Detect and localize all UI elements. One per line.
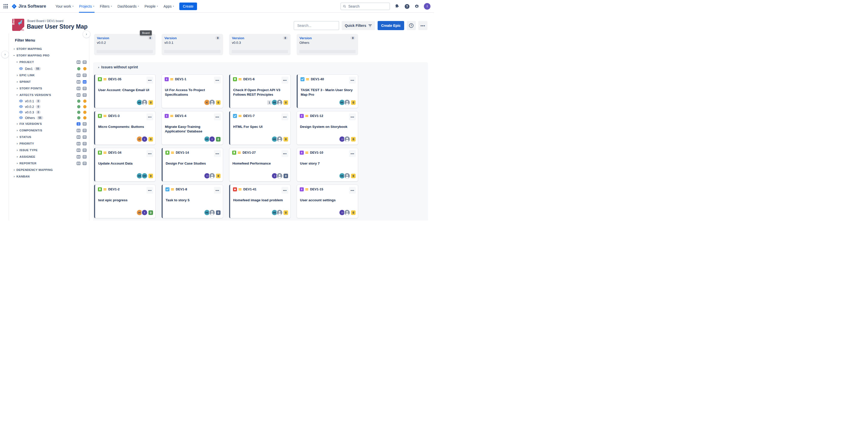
issue-card-dev1-27[interactable]: DEV1-27 ••• Homefeed Performance I 0 — [229, 148, 290, 181]
panel-expand-button[interactable]: › — [1, 51, 9, 58]
card-more-button[interactable]: ••• — [147, 113, 153, 120]
app-switcher-icon[interactable] — [4, 4, 8, 8]
settings-gear-icon[interactable] — [414, 4, 420, 9]
issue-card-dev1-7[interactable]: DEV1-7 ••• HTML For Spec UI MB 0 — [229, 111, 290, 145]
breadcrumb[interactable]: Board Board / DEV1 board — [27, 19, 63, 23]
board-columns-icon[interactable] — [76, 161, 81, 165]
sidebar-item-fix-version-s[interactable]: ›FIX VERSION'S — [9, 120, 89, 127]
jira-logo[interactable]: Jira Software — [11, 4, 46, 9]
sidebar-item-v0-0-2[interactable]: v0.0.20 — [9, 104, 89, 109]
card-more-button[interactable]: ••• — [147, 150, 153, 157]
card-more-button[interactable]: ••• — [147, 77, 153, 84]
board-columns-icon[interactable] — [76, 135, 81, 139]
sidebar-item-v0-0-1[interactable]: v0.0.10 — [9, 98, 89, 104]
nav-item-dashboards[interactable]: Dashboards ▾ — [115, 0, 142, 13]
sidebar-item-assignee[interactable]: ›ASSIGNEE — [9, 153, 89, 160]
sidebar-item-issue-type[interactable]: ›ISSUE TYPE — [9, 147, 89, 153]
sidebar-item-reporter[interactable]: ›REPORTER — [9, 160, 89, 167]
issue-card-dev1-34[interactable]: DEV1-34 ••• Update Account Data MBMB 0 — [94, 148, 156, 181]
issue-card-dev1-15[interactable]: DEV1-15 ••• User account settings I 0 — [297, 184, 358, 218]
board-columns-icon[interactable] — [76, 142, 81, 146]
sidebar-item-affects-version-s[interactable]: ›AFFECTS VERSION'S — [9, 92, 89, 98]
version-link[interactable]: Version — [232, 36, 244, 40]
sidebar-item-dev1[interactable]: Dev155 — [9, 65, 89, 72]
sidebar-item-component-s[interactable]: ›COMPONENT/S — [9, 127, 89, 134]
board-rows-icon[interactable] — [83, 155, 87, 159]
card-more-button[interactable]: ••• — [349, 187, 356, 194]
board-rows-icon[interactable] — [83, 148, 87, 152]
board-rows-icon[interactable] — [83, 122, 87, 126]
board-columns-icon[interactable] — [76, 148, 81, 152]
issue-card-dev1-8[interactable]: DEV1-8 ••• Task to story 5 MB 0 — [162, 184, 223, 218]
sidebar-item-story-mapping[interactable]: ›STORY MAPPING — [9, 46, 89, 52]
issue-card-dev1-12[interactable]: DEV1-12 ••• Design System on Storybook I… — [297, 111, 358, 145]
quick-filters-button[interactable]: Quick Filters — [342, 21, 375, 30]
board-search[interactable] — [293, 21, 339, 30]
board-columns-icon[interactable] — [76, 74, 81, 77]
board-columns-icon[interactable] — [76, 128, 81, 133]
sidebar-item-others[interactable]: Others55 — [9, 115, 89, 120]
visibility-eye-icon[interactable] — [19, 105, 23, 109]
card-more-button[interactable]: ••• — [214, 187, 221, 194]
notifications-bell-icon[interactable] — [394, 4, 400, 9]
card-more-button[interactable]: ••• — [214, 77, 221, 84]
visibility-eye-icon[interactable] — [19, 116, 23, 120]
card-more-button[interactable]: ••• — [281, 150, 288, 157]
card-more-button[interactable]: ••• — [349, 113, 356, 120]
create-button[interactable]: Create — [179, 3, 197, 10]
issue-card-dev1-2[interactable]: DEV1-2 ••• test epic progress AYI 0 — [94, 184, 156, 218]
sprint-header[interactable]: › Issues without sprint — [98, 65, 138, 69]
sidebar-item-priority[interactable]: ›PRIORITY — [9, 140, 89, 147]
nav-item-projects[interactable]: Projects ▾ — [76, 0, 97, 13]
sidebar-item-story-mapping-pro[interactable]: ›STORY MAPPING PRO — [9, 52, 89, 59]
issue-card-dev1-14[interactable]: DEV1-14 ••• Design For Case Studies I 0 — [162, 148, 223, 181]
board-more-button[interactable]: ••• — [418, 21, 427, 30]
visibility-eye-icon[interactable] — [19, 66, 23, 70]
global-search-input[interactable] — [348, 4, 388, 9]
nav-item-filters[interactable]: Filters ▾ — [97, 0, 115, 13]
visibility-eye-icon[interactable] — [19, 99, 23, 103]
sidebar-item-project[interactable]: ›PROJECT — [9, 59, 89, 65]
card-more-button[interactable]: ••• — [214, 150, 221, 157]
sidebar-item-v0-0-3[interactable]: v0.0.30 — [9, 109, 89, 115]
issue-card-dev1-6[interactable]: DEV1-6 ••• Check If Open Project API V3 … — [229, 75, 290, 108]
board-rows-icon[interactable] — [83, 80, 87, 84]
card-more-button[interactable]: ••• — [281, 77, 288, 84]
user-avatar[interactable]: I — [424, 3, 430, 10]
board-columns-icon[interactable] — [76, 80, 81, 84]
board-columns-icon[interactable] — [76, 87, 81, 90]
sidebar-item-dependency-mapping[interactable]: ›DEPENDENCY MAPPING — [9, 167, 89, 173]
board-search-input[interactable] — [297, 23, 336, 28]
card-more-button[interactable]: ••• — [281, 187, 288, 194]
board-rows-icon[interactable] — [83, 93, 87, 97]
nav-item-apps[interactable]: Apps ▾ — [161, 0, 177, 13]
global-search[interactable] — [340, 3, 390, 10]
board-rows-icon[interactable] — [83, 60, 87, 64]
card-more-button[interactable]: ••• — [281, 113, 288, 120]
nav-item-people[interactable]: People ▾ — [142, 0, 161, 13]
issue-card-dev1-10[interactable]: DEV1-10 ••• User story 7 MB 0 — [297, 148, 358, 181]
sidebar-item-kanban[interactable]: ›KANBAN — [9, 173, 89, 180]
issue-card-dev1-3[interactable]: DEV1-3 ••• Micro Components: Buttons ICI… — [94, 111, 156, 145]
card-more-button[interactable]: ••• — [349, 77, 356, 84]
version-link[interactable]: Version — [164, 36, 177, 40]
sidebar-item-status[interactable]: ›STATUS — [9, 134, 89, 140]
issue-card-dev1-1[interactable]: DEV1-1 ••• UI For Access To Project Spec… — [162, 75, 223, 108]
help-icon[interactable]: ? — [404, 4, 410, 9]
board-rows-icon[interactable] — [83, 128, 87, 133]
card-more-button[interactable]: ••• — [214, 113, 221, 120]
sidebar-item-story-points[interactable]: ›STORY POINTS — [9, 85, 89, 92]
issue-card-dev1-35[interactable]: DEV1-35 ••• User Account: Change Email U… — [94, 75, 156, 108]
board-help-button[interactable]: ? — [407, 21, 416, 30]
board-columns-icon[interactable] — [76, 122, 81, 126]
sidebar-collapse-button[interactable]: ‹ — [83, 30, 90, 38]
board-rows-icon[interactable] — [83, 135, 87, 139]
issue-card-dev1-4[interactable]: DEV1-4 ••• Migrate Easy-Training Applica… — [162, 111, 223, 145]
issue-card-dev1-40[interactable]: DEV1-40 ••• TASK TEST 3 - Marin User Sto… — [297, 75, 358, 108]
board-columns-icon[interactable] — [76, 60, 81, 64]
board-rows-icon[interactable] — [83, 161, 87, 165]
board-rows-icon[interactable] — [83, 74, 87, 77]
nav-item-your-work[interactable]: Your work ▾ — [53, 0, 76, 13]
board-rows-icon[interactable] — [83, 142, 87, 146]
create-epic-button[interactable]: Create Epic — [378, 21, 404, 30]
